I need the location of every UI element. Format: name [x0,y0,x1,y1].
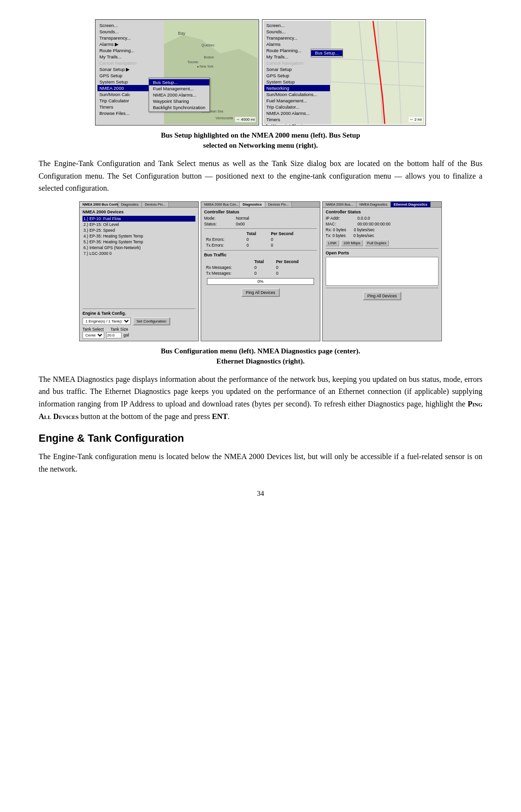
tank-select-label: Tank Select [82,327,104,332]
device-item-7: 7.) LGC-2000 0 [82,251,195,256]
tx-msg-total: 0 [252,270,274,276]
ip-row: IP Addr: 0.0.0.0 [326,216,439,221]
device-item-5: 5.) EP-35: Heating System Temp [82,239,195,245]
mode-value: Normal [236,216,249,221]
tab-nmea-diag-right[interactable]: NMEA Diagnostics [356,202,391,207]
r-menu-fuel: Fuel Management... [264,98,330,104]
status-value: 0x00 [236,222,245,226]
tank-row: Tank Select Tank Size [82,327,195,332]
right-submenu: Bus Setup... [311,49,343,57]
tab-nmea-bus-config-right[interactable]: NMEA 2000 Bus... [323,202,356,207]
left-menu-screenshot: Screen... Sounds... Transparency... Alar… [95,19,259,126]
ping-all-devices-button-right[interactable]: Ping All Devices [363,292,402,300]
mode-row: Mode: Normal [204,216,317,221]
r-menu-sonar: Sonar Setup [264,66,330,72]
ent-label: ENT [212,412,228,420]
r-menu-timers: Timers [264,116,330,123]
r-menu-trip: Trip Calculator... [264,104,330,110]
open-ports-box [326,257,439,286]
menu-item-sounds: Sounds... [97,28,163,35]
tab-devices-ping-left[interactable]: Devices Pin... [142,202,169,207]
tx-row: Tx: 0 bytes 0 bytes/sec [326,233,439,238]
ping-all-devices-button-center[interactable]: Ping All Devices [241,288,280,297]
submenu-bus-setup: Bus Setup... [149,79,209,85]
mode-label: Mode: [204,216,233,221]
tx-msg-label: Tx Messages: [204,270,252,276]
ping-btn-center-wrapper: Ping All Devices [204,287,317,298]
rx-errors-total: 0 [245,237,269,242]
r-menu-system: System Setup [264,79,330,85]
tab-nmea-bus-config-center[interactable]: NMEA 2000 Bus Con... [201,202,240,207]
rx-messages-row: Rx Messages: 0 0 [204,265,317,270]
engine-config-label: Engine & Tank Config. [82,311,195,316]
tx-msg-per-sec: 0 [274,270,317,276]
three-panel-caption-line2: Ethernet Diagnostics (right). [217,357,305,365]
tx-messages-row: Tx Messages: 0 0 [204,270,317,276]
engine-select[interactable]: 1 Engine(s) / 1 Tank(s) [82,318,131,325]
set-config-button[interactable]: Set Configuration [133,317,170,325]
rx-speed: 0 bytes/sec [354,227,375,232]
progress-bar: 0% [207,278,314,285]
svg-text:Toronto: Toronto [188,60,199,64]
bus-col-total: Total [252,259,274,265]
rx-msg-label: Rx Messages: [204,265,252,270]
tab-diagnostics-center[interactable]: Diagnostics [240,202,265,207]
r-menu-sounds: Sounds... [264,28,330,35]
bus-col-per-second: Per Second [274,259,317,265]
tab-devices-ping-center[interactable]: Devices Pin... [265,202,292,207]
body-paragraph-3: The Engine-Tank configuration menu is lo… [39,450,482,475]
rx-msg-total: 0 [252,265,274,270]
menu-item-trails: My Trails... [97,54,163,60]
status-label: Status: [204,222,233,226]
col-header-per-second: Per Second [269,231,317,237]
tank-unit-label: gal [123,333,129,337]
tab-diagnostics-left[interactable]: Diagnostics [118,202,142,207]
ping-btn-right-wrapper: Ping All Devices [326,290,439,302]
r-menu-waypoint: ▶ Waypoint Sharing [264,123,330,126]
tx-errors-per-sec: 0 [269,242,317,248]
device-item-4: 4.) EP-35: Heating System Temp [82,233,195,239]
left-panel-body: NMEA 2000 Devices 1.) EP-10: Fuel Flow 2… [80,208,198,260]
menu-item-screen: Screen... [97,22,163,28]
svg-text:Boston: Boston [204,56,214,59]
submenu-nmea-alarms: NMEA 2000 Alarms... [149,92,209,98]
rx-bytes: Rx: 0 bytes [326,227,346,232]
top-screenshot-row: Screen... Sounds... Transparency... Alar… [39,19,482,126]
left-submenu: Bus Setup... Fuel Management... NMEA 200… [149,78,210,112]
rx-errors-row: Rx Errors: 0 0 [204,237,317,242]
submenu-fuel: Fuel Management... [149,85,209,92]
top-caption-line1: Bus Setup highlighted on the NMEA 2000 m… [161,131,360,139]
svg-text:● New York: ● New York [197,65,214,68]
col-header-empty [204,231,245,237]
r-menu-gps: GPS Setup [264,72,330,79]
tx-speed: 0 bytes/sec [354,233,374,238]
rx-row: Rx: 0 bytes 0 bytes/sec [326,227,439,232]
left-panel-tabs: NMEA 2000 Bus Config... Diagnostics Devi… [80,202,198,208]
mac-row: MAC: 00:00:00:00:00:00 [326,222,439,226]
r-menu-networking: Networking [264,85,330,91]
col-header-total: Total [245,231,269,237]
tab-ethernet-diag-right[interactable]: Ethernet Diagnostics [391,202,431,207]
rx-errors-per-sec: 0 [269,237,317,242]
tab-nmea-bus-config[interactable]: NMEA 2000 Bus Config... [80,202,118,207]
nmea-devices-list: 1.) EP-10: Fuel Flow 2.) EP-15: Oil Leve… [82,216,195,256]
body-paragraph-1: The Engine-Tank Configuration and Tank S… [39,157,482,195]
tank-size-input[interactable] [106,332,122,338]
tank-select-input[interactable]: Center [82,332,104,339]
r-menu-cancel: Cancel Navigation [264,60,330,66]
rx-errors-label: Rx Errors: [204,237,245,242]
nmea-devices-title: NMEA 2000 Devices [82,210,195,214]
tx-errors-label: Tx Errors: [204,242,245,248]
bus-traffic-title: Bus Traffic [204,252,317,257]
r-menu-nmea-alarms: NMEA 2000 Alarms... [264,110,330,116]
device-item-3: 3.) EP-25: Speed [82,227,195,233]
bus-col-empty [204,259,252,265]
ip-value: 0.0.0.0 [357,216,370,221]
center-panel-body: Controller Status Mode: Normal Status: 0… [201,208,320,300]
mac-value: 00:00:00:00:00:00 [357,222,391,226]
device-item-2: 2.) EP-15: Oil Level [82,222,195,227]
section-heading: Engine & Tank Configuration [39,432,482,445]
link-row: LINK 100 Mbps Full Duplex [326,240,439,246]
r-menu-trans: Transparency... [264,35,330,41]
menu-item-route: Route Planning... [97,47,163,54]
